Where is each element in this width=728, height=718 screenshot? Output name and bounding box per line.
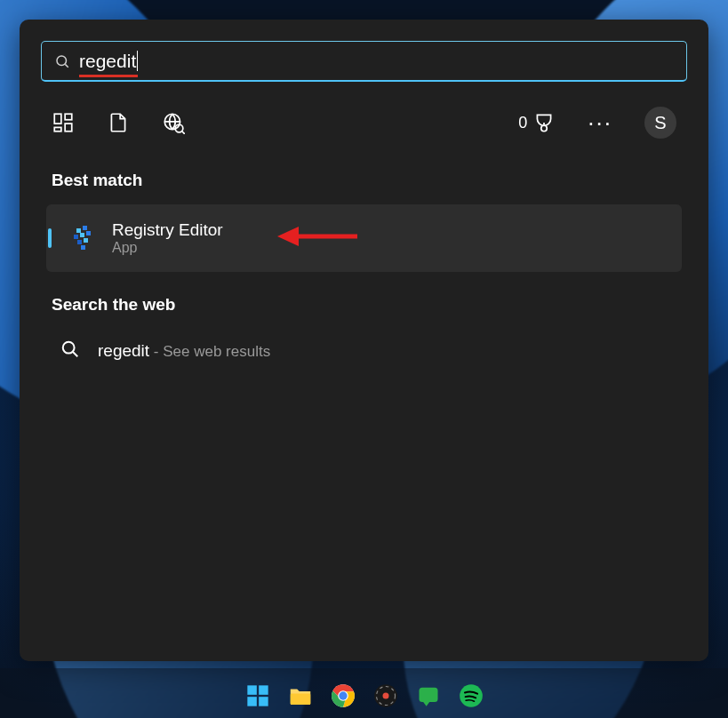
search-input[interactable]: regedit [79,51,138,71]
svg-rect-4 [65,124,72,132]
svg-rect-13 [74,235,78,239]
documents-filter-icon[interactable] [107,111,130,134]
svg-rect-2 [54,114,61,124]
search-box[interactable]: regedit [41,41,687,82]
web-search-result[interactable]: regedit - See web results [20,331,708,371]
result-subtitle: App [112,240,223,256]
selection-indicator [48,228,52,248]
result-title: Registry Editor [112,220,223,240]
svg-rect-23 [247,685,257,695]
web-filter-icon[interactable] [162,111,185,134]
svg-point-9 [541,125,548,132]
web-term: regedit [98,341,149,360]
apps-filter-icon[interactable] [52,111,75,134]
svg-line-1 [65,64,68,67]
search-web-heading: Search the web [20,272,708,331]
chrome-icon[interactable] [328,681,358,711]
avatar-initial: S [654,113,666,133]
svg-rect-3 [65,114,72,120]
chat-app-icon[interactable] [413,681,444,711]
svg-rect-16 [77,240,82,244]
more-options-button[interactable]: ··· [588,109,612,137]
web-suffix: - See web results [149,343,270,360]
annotation-arrow [277,223,363,253]
svg-rect-27 [290,694,310,706]
svg-point-30 [339,691,347,699]
svg-line-8 [182,132,185,134]
svg-point-21 [63,342,75,354]
svg-rect-18 [81,245,85,250]
svg-rect-11 [76,228,81,233]
web-search-icon [60,339,80,363]
svg-rect-12 [83,226,87,230]
svg-rect-14 [80,233,84,237]
app-icon-1[interactable] [371,681,401,711]
svg-rect-34 [419,688,437,702]
rewards-count: 0 [518,114,527,132]
spotify-icon[interactable] [456,681,486,711]
svg-rect-15 [86,231,91,235]
svg-rect-26 [259,697,268,706]
svg-point-33 [382,693,388,699]
rewards-icon [532,111,556,134]
registry-editor-icon [68,223,98,253]
svg-rect-17 [84,238,88,243]
svg-line-22 [73,352,78,357]
best-match-heading: Best match [20,139,708,204]
filter-row: 0 ··· S [20,82,708,139]
rewards-badge[interactable]: 0 [518,111,556,134]
start-button[interactable] [243,681,273,711]
search-icon [54,53,70,69]
search-panel: regedit [20,20,708,661]
taskbar [0,668,728,718]
svg-marker-20 [277,227,299,246]
svg-rect-5 [54,127,61,131]
best-match-result[interactable]: Registry Editor App [46,204,682,272]
svg-rect-24 [259,685,268,695]
user-avatar[interactable]: S [644,107,676,139]
annotation-underline [79,75,138,77]
file-explorer-icon[interactable] [285,681,316,711]
svg-point-0 [57,56,67,66]
svg-rect-25 [247,697,257,706]
